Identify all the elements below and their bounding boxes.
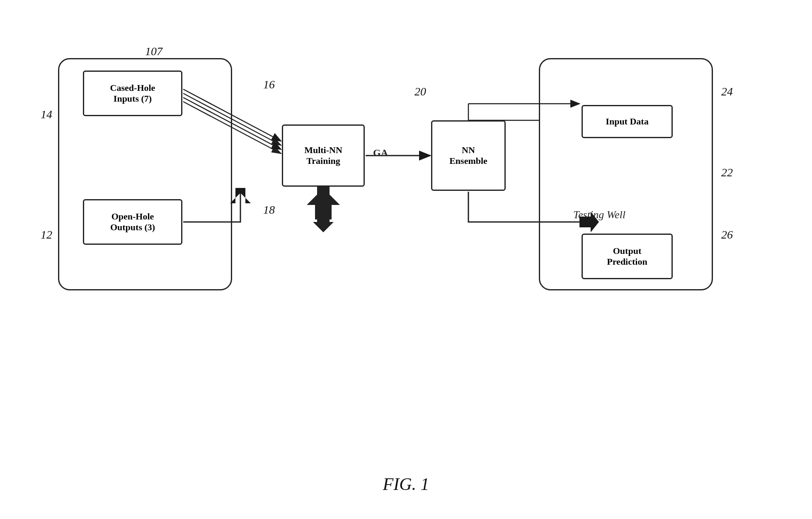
output-prediction-label: OutputPrediction — [607, 246, 647, 267]
ref-24: 24 — [721, 85, 733, 98]
ga-label: GA — [373, 147, 388, 158]
ref-12: 12 — [41, 228, 52, 241]
multi-nn-label: Multi-NNTraining — [304, 145, 342, 166]
ref-14: 14 — [41, 108, 52, 121]
testing-well-label: Testing Well — [573, 209, 625, 221]
multi-nn-training-box: Multi-NNTraining — [282, 124, 365, 187]
input-data-box: Input Data — [582, 105, 673, 138]
cased-hole-box: Cased-HoleInputs (7) — [83, 71, 182, 116]
open-hole-box: Open-HoleOutputs (3) — [83, 199, 182, 245]
testing-well-box: Testing Well Input Data OutputPrediction — [539, 58, 713, 290]
open-hole-label: Open-HoleOutputs (3) — [110, 211, 155, 233]
ref-20: 20 — [414, 85, 426, 98]
ref-107: 107 — [145, 45, 162, 58]
ref-18: 18 — [263, 203, 275, 217]
ref-22: 22 — [721, 166, 733, 179]
nn-ensemble-box: NNEnsemble — [431, 120, 506, 191]
input-data-label: Input Data — [606, 116, 648, 127]
ref-26: 26 — [721, 228, 733, 241]
output-prediction-box: OutputPrediction — [582, 234, 673, 279]
cased-hole-label: Cased-HoleInputs (7) — [110, 83, 155, 104]
ref-16: 16 — [263, 78, 275, 91]
nn-ensemble-label: NNEnsemble — [449, 145, 487, 166]
figure-caption: FIG. 1 — [383, 474, 429, 494]
